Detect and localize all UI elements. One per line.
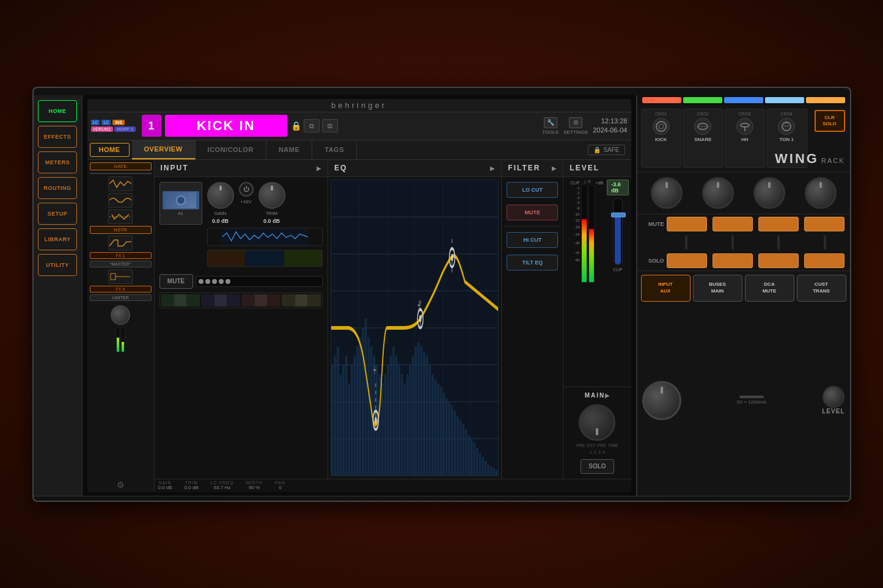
preset-row	[159, 292, 323, 308]
solo-button-level[interactable]: SOLO	[581, 459, 614, 474]
locut-button[interactable]: LO CUT	[507, 182, 558, 198]
tools-button[interactable]: 🔧 TOOLS	[542, 117, 559, 135]
wing-top-lights	[637, 95, 850, 105]
nav-meters[interactable]: METERS	[38, 151, 77, 173]
wing-right-panel: CLR SOLO CRO1 KICK	[636, 95, 850, 496]
buses-main-button[interactable]: BUSES MAIN	[693, 275, 742, 302]
svg-rect-74	[490, 466, 493, 475]
hicut-button[interactable]: HI CUT	[507, 232, 558, 248]
settings-button[interactable]: ⚙ SETTINGS	[563, 117, 588, 135]
tab-name[interactable]: NAME	[266, 140, 312, 159]
strip-knob[interactable]	[111, 305, 130, 325]
right-knob[interactable]	[823, 386, 845, 408]
solo-btn-3[interactable]	[758, 253, 799, 268]
trim-label: TRIM	[266, 211, 278, 216]
main-level-knob[interactable]	[579, 404, 615, 441]
paste-icon[interactable]: ⧉	[322, 119, 338, 132]
strip-gear-icon[interactable]: ⚙	[117, 480, 125, 490]
mute-btn-3[interactable]	[758, 217, 799, 231]
big-knob-3[interactable]	[753, 177, 785, 209]
power-button[interactable]: ⏻	[239, 182, 254, 197]
cust-label: CUST	[815, 281, 828, 288]
nav-home[interactable]: HOME	[38, 100, 77, 122]
tab-home[interactable]: HOME	[90, 143, 130, 157]
mute-button[interactable]: MUTE	[159, 274, 193, 289]
trim-value: 0.0 dB	[263, 218, 280, 224]
tab-tags[interactable]: TAGS	[312, 140, 357, 159]
nav-routing[interactable]: ROUTING	[38, 177, 77, 199]
cust-trans-button[interactable]: CUST TRANS	[797, 275, 846, 302]
panels-row: INPUT ▶	[155, 160, 631, 479]
trim-knob[interactable]	[258, 182, 285, 209]
mute-btn-4[interactable]	[804, 217, 845, 231]
svg-text:+: +	[373, 359, 376, 380]
input-aux-button[interactable]: INPUT AUX	[641, 275, 691, 302]
channel-strip-kick: CRO1 KICK	[641, 109, 682, 168]
tab-icon-color[interactable]: ICON/COLOR	[196, 140, 266, 159]
fader-handle[interactable]	[611, 212, 626, 217]
tab-overview[interactable]: OVERVIEW	[132, 140, 196, 159]
nav-library[interactable]: LIBRARY	[38, 228, 77, 250]
main-volume-knob[interactable]	[642, 381, 681, 420]
tilteq-button[interactable]: TILT EQ	[507, 255, 558, 270]
svg-point-92	[741, 123, 749, 127]
svg-rect-37	[387, 365, 389, 476]
plus-db-label: +dB	[596, 181, 604, 185]
gain-knob[interactable]	[207, 182, 234, 209]
svg-rect-46	[412, 355, 414, 476]
svg-rect-3	[222, 228, 307, 245]
svg-rect-35	[381, 383, 384, 475]
solo-btn-1[interactable]	[667, 253, 708, 268]
safe-icon: 🔒	[593, 147, 601, 153]
source-display	[163, 191, 199, 209]
main-vol-area	[642, 381, 681, 420]
svg-rect-69	[476, 448, 478, 475]
channel-name[interactable]: KICK IN	[165, 115, 287, 137]
mute-btn-1[interactable]	[667, 217, 708, 231]
svg-rect-43	[403, 383, 406, 475]
solo-btn-4[interactable]	[804, 253, 845, 268]
clr-solo-button[interactable]: CLR SOLO	[815, 110, 845, 132]
input-controls: A1 GAIN	[155, 177, 328, 272]
settings-icon: ⚙	[569, 117, 582, 128]
tab-bar: HOME OVERVIEW ICON/COLOR NAME TAGS 🔒 SAF…	[87, 140, 631, 160]
eq-display[interactable]: + +	[331, 180, 499, 476]
copy-icon[interactable]: ⧉	[304, 119, 320, 132]
phantom-btn[interactable]: +48V	[240, 199, 252, 205]
nav-effects[interactable]: EFFECTS	[38, 126, 77, 148]
svg-rect-64	[462, 424, 464, 476]
input-source-box[interactable]: A1	[159, 182, 202, 225]
main-fader-track[interactable]	[613, 198, 623, 265]
level-content: CLIP -1 -2 -3 -5 -8 -10 -15 -18	[563, 177, 631, 387]
dca-mute-button[interactable]: DCA MUTE	[745, 275, 794, 302]
nav-utility[interactable]: UTILITY	[38, 254, 77, 276]
mute-row: MUTE	[642, 217, 845, 231]
wing-bottom: 5V ≈ 1000mA LEVEL	[637, 305, 850, 496]
mute-btn-2[interactable]	[713, 217, 753, 231]
solo-btn-2[interactable]	[713, 253, 753, 268]
rack-unit: HOME EFFECTS METERS ROUTING SETUP LIBRAR…	[32, 87, 851, 502]
level-label-area: LEVEL	[822, 386, 845, 415]
big-knob-2[interactable]	[702, 177, 734, 209]
big-knob-4[interactable]	[805, 177, 837, 209]
lc-indicator: LC	[91, 120, 100, 125]
channel-number: 1	[142, 115, 161, 137]
filter-mute-button[interactable]: MUTE	[507, 205, 558, 220]
nav-setup[interactable]: SETUP	[38, 203, 77, 225]
lc2-indicator: LC	[101, 120, 111, 125]
waveform-strip-1	[207, 228, 323, 246]
svg-rect-59	[448, 402, 450, 476]
svg-rect-73	[487, 464, 489, 475]
db-scale: CLIP -1 -2 -3 -5 -8 -10 -15 -18	[566, 180, 579, 384]
usb-label: 5V ≈ 1000mA	[737, 399, 766, 405]
num-badge: INS	[112, 120, 125, 125]
svg-rect-17	[331, 365, 334, 476]
svg-rect-76	[496, 470, 498, 475]
svg-rect-70	[478, 453, 481, 475]
trim-knob-control: TRIM 0.0 dB	[258, 182, 285, 224]
header-icon-btns: ⧉ ⧉	[304, 119, 338, 132]
big-knob-1[interactable]	[651, 177, 683, 209]
fader-track-3	[777, 235, 780, 250]
svg-point-89	[659, 124, 664, 129]
buses-main-label: MAIN	[711, 288, 724, 294]
